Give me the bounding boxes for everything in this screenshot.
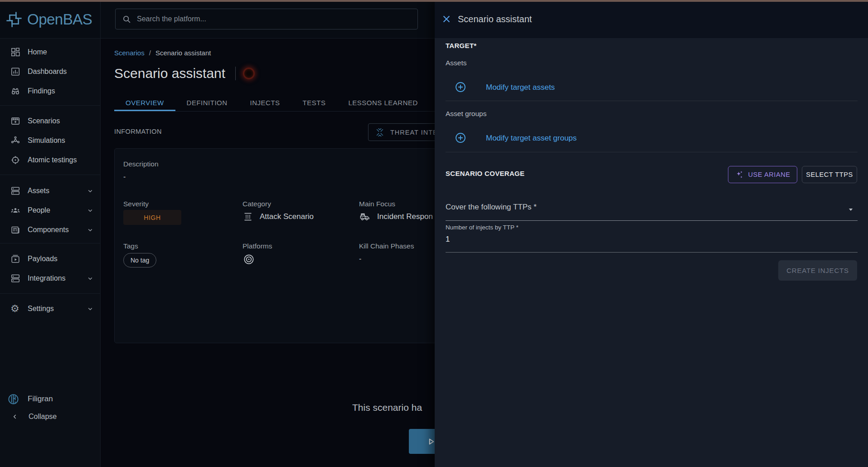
- people-icon: [10, 205, 20, 215]
- information-section-label: INFORMATION: [114, 128, 162, 135]
- sparkles-icon: [735, 170, 744, 179]
- sidebar-item-label: Home: [28, 48, 47, 56]
- sidebar-item-dashboards[interactable]: Dashboards: [0, 62, 101, 81]
- use-ariane-label: USE ARIANE: [748, 171, 790, 178]
- openbas-logo-icon: [5, 10, 24, 29]
- kill-chain-label: Kill Chain Phases: [359, 242, 414, 250]
- category-value-row: Attack Scenario: [242, 211, 314, 222]
- app-logo[interactable]: OpenBAS: [0, 0, 101, 39]
- tab-lessons-learned[interactable]: LESSONS LEARNED: [337, 93, 429, 111]
- top-accent-strip: [0, 0, 868, 2]
- scenario-status-ring[interactable]: [243, 68, 255, 79]
- breadcrumb: Scenarios / Scenario assistant: [114, 49, 211, 57]
- modify-target-assets-row[interactable]: Modify target assets: [435, 73, 857, 101]
- injects-count-label: Number of injects by TTP *: [446, 224, 519, 231]
- drawer-header: Scenario assistant: [435, 0, 868, 38]
- sidebar-item-atomic-testings[interactable]: Atomic testings: [0, 150, 101, 170]
- scenario-assistant-drawer: Scenario assistant TARGET* Assets Modify…: [435, 0, 868, 467]
- drawer-row-divider: [446, 101, 858, 101]
- modify-target-asset-groups-row[interactable]: Modify target asset groups: [435, 123, 857, 152]
- global-search[interactable]: [115, 9, 418, 29]
- chevron-down-icon: [86, 187, 94, 195]
- sidebar-item-integrations[interactable]: Integrations: [0, 268, 101, 288]
- sidebar-item-label: Payloads: [28, 255, 58, 263]
- breadcrumb-scenarios-link[interactable]: Scenarios: [114, 49, 145, 57]
- category-icon: [242, 211, 253, 222]
- storage-icon: [10, 273, 20, 283]
- chevron-down-icon: [86, 274, 94, 282]
- description-value: -: [123, 173, 126, 181]
- tab-tests[interactable]: TESTS: [291, 93, 337, 111]
- sidebar-item-home[interactable]: Home: [0, 42, 101, 62]
- empty-scenario-text: This scenario ha: [352, 402, 422, 413]
- sidebar-item-label: Integrations: [28, 274, 66, 282]
- search-input[interactable]: [137, 15, 391, 23]
- kill-chain-value: -: [359, 255, 361, 263]
- binoculars-icon: [10, 86, 20, 96]
- tab-injects[interactable]: INJECTS: [239, 93, 291, 111]
- chevron-down-icon: [86, 305, 94, 313]
- sidebar-item-payloads[interactable]: Payloads: [0, 249, 101, 268]
- filigran-link[interactable]: Filigran: [0, 392, 101, 406]
- page-title: Scenario assistant: [114, 66, 225, 81]
- sidebar-divider: [0, 243, 101, 243]
- chevron-left-icon: [11, 413, 19, 420]
- title-divider: [235, 67, 236, 80]
- sidebar-item-label: Scenarios: [28, 117, 60, 125]
- tags-label: Tags: [123, 242, 138, 250]
- main-focus-value-row: Incident Respon: [359, 211, 433, 222]
- hub-icon: [10, 136, 20, 146]
- filigran-label: Filigran: [28, 394, 53, 404]
- subscriptions-icon: [10, 254, 20, 264]
- close-icon[interactable]: [441, 14, 451, 24]
- movie-icon: [10, 116, 20, 126]
- sidebar-item-label: Simulations: [28, 136, 65, 145]
- chevron-down-icon: [86, 206, 94, 214]
- search-icon: [122, 15, 131, 24]
- title-row: Scenario assistant: [114, 64, 255, 83]
- sidebar-divider: [0, 105, 101, 106]
- collapse-sidebar-button[interactable]: Collapse: [0, 411, 101, 423]
- sidebar-item-simulations[interactable]: Simulations: [0, 131, 101, 150]
- home-grid-icon: [10, 47, 20, 57]
- threat-button-label: THREAT INTE: [390, 129, 438, 136]
- sidebar: Home Dashboards Findings Scenarios Simul…: [0, 39, 101, 467]
- drawer-title: Scenario assistant: [458, 14, 532, 24]
- modify-target-asset-groups-link[interactable]: Modify target asset groups: [486, 134, 577, 143]
- filigran-logo-icon: [7, 393, 19, 405]
- sidebar-item-findings[interactable]: Findings: [0, 81, 101, 101]
- sidebar-item-label: People: [28, 206, 50, 214]
- sidebar-item-assets[interactable]: Assets: [0, 181, 101, 200]
- newspaper-icon: [10, 225, 20, 235]
- select-ttps-button[interactable]: SELECT TTPS: [802, 166, 857, 183]
- sidebar-divider: [0, 293, 101, 294]
- caret-down-icon[interactable]: [846, 205, 855, 214]
- gear-icon: ⚙: [10, 304, 20, 314]
- sidebar-item-label: Components: [28, 226, 69, 234]
- sidebar-item-label: Dashboards: [28, 68, 67, 76]
- asset-groups-label: Asset groups: [446, 110, 486, 118]
- create-injects-button[interactable]: CREATE INJECTS: [778, 260, 857, 281]
- tab-overview[interactable]: OVERVIEW: [114, 93, 175, 111]
- use-ariane-button[interactable]: USE ARIANE: [728, 166, 797, 183]
- modify-target-assets-link[interactable]: Modify target assets: [486, 83, 555, 92]
- collapse-label: Collapse: [29, 413, 57, 421]
- storage-icon: [10, 186, 20, 196]
- scenario-coverage-heading: SCENARIO COVERAGE: [446, 170, 524, 177]
- tab-definition[interactable]: DEFINITION: [175, 93, 239, 111]
- severity-label: Severity: [123, 200, 149, 208]
- description-label: Description: [123, 160, 159, 168]
- sidebar-item-scenarios[interactable]: Scenarios: [0, 111, 101, 131]
- ttps-select-label: Cover the following TTPs *: [446, 203, 537, 212]
- main-focus-value: Incident Respon: [377, 212, 433, 221]
- sidebar-item-settings[interactable]: ⚙ Settings: [0, 299, 101, 318]
- ttps-select-underline[interactable]: [446, 220, 858, 221]
- main-focus-label: Main Focus: [359, 200, 395, 208]
- no-tag-chip[interactable]: No tag: [123, 253, 156, 268]
- app-logo-text: OpenBAS: [27, 11, 92, 28]
- sidebar-item-people[interactable]: People: [0, 200, 101, 220]
- dashboards-icon: [10, 67, 20, 77]
- sidebar-item-components[interactable]: Components: [0, 220, 101, 239]
- injects-count-input[interactable]: [446, 235, 844, 244]
- sidebar-item-label: Assets: [28, 187, 49, 195]
